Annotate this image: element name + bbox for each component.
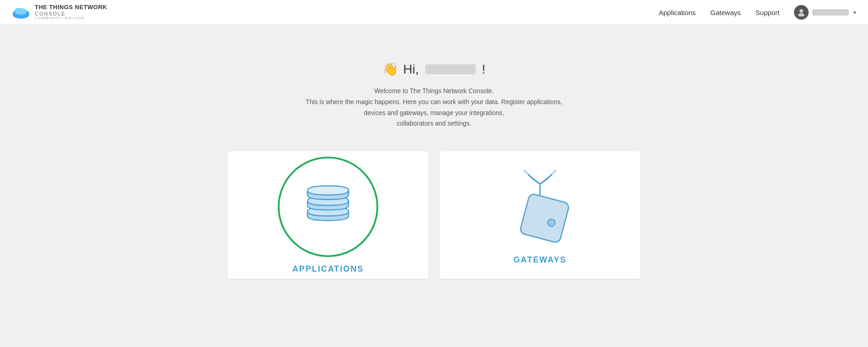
subtitle-text: Welcome to The Things Network Console. T… xyxy=(297,86,571,129)
applications-card[interactable]: APPLICATIONS xyxy=(228,151,429,279)
applications-card-label: APPLICATIONS xyxy=(292,264,364,274)
applications-icon-wrapper xyxy=(278,157,378,257)
nav-applications[interactable]: Applications xyxy=(659,9,696,16)
chevron-down-icon: ▼ xyxy=(852,10,857,15)
main-nav: Applications Gateways Support ▼ xyxy=(659,5,857,20)
svg-point-5 xyxy=(21,9,27,14)
main-content: 👋 Hi, ! Welcome to The Things Network Co… xyxy=(0,25,868,279)
gateways-card[interactable]: GATEWAYS xyxy=(439,151,640,279)
gateways-card-label: GATEWAYS xyxy=(513,255,566,265)
avatar xyxy=(794,5,809,20)
greeting-text: 👋 Hi, ! xyxy=(382,62,485,77)
edition-name: COMMUNITY EDITION xyxy=(35,16,107,21)
username-greeting-placeholder xyxy=(425,64,476,74)
svg-rect-9 xyxy=(519,193,570,243)
greeting-prefix: Hi, xyxy=(403,62,418,77)
user-menu[interactable]: ▼ xyxy=(794,5,857,20)
product-name: CONSOLE xyxy=(35,11,107,16)
gateways-icon-wrapper xyxy=(499,166,581,248)
svg-point-10 xyxy=(548,219,555,226)
svg-point-7 xyxy=(798,13,804,16)
svg-point-6 xyxy=(799,9,803,13)
brand-name: THE THINGS NETWORK xyxy=(35,4,107,11)
logo-area: THE THINGS NETWORK CONSOLE COMMUNITY EDI… xyxy=(11,4,107,20)
username-placeholder xyxy=(812,9,849,16)
logo-text: THE THINGS NETWORK CONSOLE COMMUNITY EDI… xyxy=(35,4,107,20)
applications-layers-icon xyxy=(298,177,358,237)
subtitle-line3: collaborators and settings. xyxy=(397,120,471,127)
nav-support[interactable]: Support xyxy=(756,9,780,16)
gateways-device-icon xyxy=(503,166,577,248)
subtitle-line2: This is where the magic happens. Here yo… xyxy=(306,98,562,116)
nav-gateways[interactable]: Gateways xyxy=(710,9,741,16)
ttn-logo-icon xyxy=(11,5,31,19)
greeting-suffix: ! xyxy=(482,62,486,77)
wave-emoji: 👋 xyxy=(382,62,398,77)
header: THE THINGS NETWORK CONSOLE COMMUNITY EDI… xyxy=(0,0,868,25)
subtitle-line1: Welcome to The Things Network Console. xyxy=(374,87,493,95)
cards-container: APPLICATIONS GAT xyxy=(228,151,640,279)
